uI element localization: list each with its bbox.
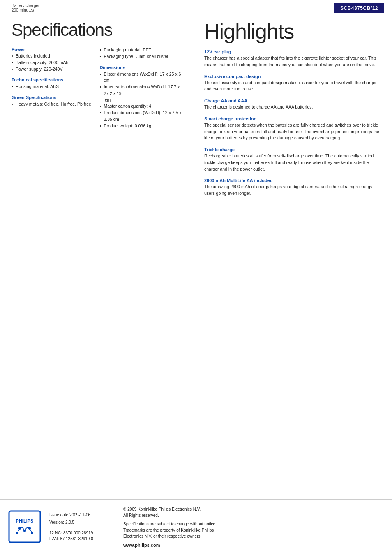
issue-date: Issue date 2009-11-06 bbox=[49, 512, 115, 518]
packaging-section: Packaging material: PET Packaging type: … bbox=[99, 47, 186, 60]
packaging-list: Packaging material: PET Packaging type: … bbox=[99, 47, 186, 60]
highlights-column: Highlights 12V car plug The charger has … bbox=[196, 13, 392, 211]
highlight-compact-design-title: Exclusive compact design bbox=[204, 74, 382, 79]
list-item: Power supply: 220-240V bbox=[12, 66, 91, 73]
product-info: Battery charger 200 minutes bbox=[12, 3, 39, 12]
model-badge: SCB4375CB/12 bbox=[334, 3, 384, 13]
green-list: Heavy metals: Cd free, Hg free, Pb free bbox=[12, 101, 91, 108]
highlight-charge-aa-aaa: Charge AA and AAA The charger is designe… bbox=[204, 98, 382, 111]
legal-text: Specifications are subject to change wit… bbox=[123, 521, 384, 539]
highlight-trickle-charge-title: Trickle charge bbox=[204, 147, 382, 152]
technical-section: Technical specifications Housing materia… bbox=[12, 77, 91, 90]
technical-list: Housing material: ABS bbox=[12, 83, 91, 90]
footer-meta: Issue date 2009-11-06 Version: 2.0.5 12 … bbox=[49, 512, 115, 542]
technical-title: Technical specifications bbox=[12, 77, 91, 82]
page: Battery charger 200 minutes SCB4375CB/12… bbox=[0, 0, 392, 555]
highlight-charge-aa-aaa-title: Charge AA and AAA bbox=[204, 98, 382, 103]
list-item: Product dimensions (WxDxH): 12 x 7.5 x 2… bbox=[99, 110, 186, 123]
product-type: Battery charger bbox=[12, 3, 39, 8]
list-item: Inner carton dimensions WxDxH: 17.7 x 27… bbox=[99, 84, 186, 103]
green-title: Green Specifications bbox=[12, 95, 91, 100]
footer: PHILIPS Issue date 2009-11-06 Ver bbox=[0, 499, 392, 555]
dimensions-title: Dimensions bbox=[99, 65, 186, 70]
nc-ean: 12 NC: 8670 000 28919 EAN: 87 12581 3291… bbox=[49, 530, 115, 542]
list-item: Batteries included bbox=[12, 53, 91, 60]
dimensions-section: Dimensions Blister dimensions (WxDxH): 1… bbox=[99, 65, 186, 130]
svg-text:PHILIPS: PHILIPS bbox=[16, 518, 34, 523]
list-item: Packaging material: PET bbox=[99, 47, 186, 53]
footer-legal: © 2009 Koninklijke Philips Electronics N… bbox=[123, 506, 384, 549]
highlight-car-plug: 12V car plug The charger has a special a… bbox=[204, 49, 382, 68]
list-item: Master carton quantity: 4 bbox=[99, 103, 186, 110]
highlight-compact-design-text: The exclusive stylish and compact design… bbox=[204, 80, 382, 93]
list-item: Heavy metals: Cd free, Hg free, Pb free bbox=[12, 101, 91, 108]
dimensions-list: Blister dimensions (WxDxH): 17 x 25 x 6 … bbox=[99, 71, 186, 130]
highlight-trickle-charge: Trickle charge Rechargeable batteries al… bbox=[204, 147, 382, 172]
list-item: Battery capacity: 2600 mAh bbox=[12, 60, 91, 66]
main-content: Specifications Power Batteries included … bbox=[0, 13, 392, 211]
highlight-smart-charge: Smart charge protection The special sens… bbox=[204, 116, 382, 141]
green-section: Green Specifications Heavy metals: Cd fr… bbox=[12, 95, 91, 108]
specs-columns: Power Batteries included Battery capacit… bbox=[12, 47, 186, 134]
specifications-column: Specifications Power Batteries included … bbox=[0, 13, 196, 211]
list-item: Housing material: ABS bbox=[12, 83, 91, 90]
highlight-multilife-title: 2600 mAh MultiLife AA included bbox=[204, 178, 382, 183]
specs-title: Specifications bbox=[12, 21, 186, 39]
highlight-smart-charge-text: The special sensor detects when the batt… bbox=[204, 122, 382, 141]
highlight-charge-aa-aaa-text: The charger is designed to charge AA and… bbox=[204, 104, 382, 111]
svg-rect-0 bbox=[9, 511, 40, 542]
power-list: Batteries included Battery capacity: 260… bbox=[12, 53, 91, 72]
top-section: Battery charger 200 minutes SCB4375CB/12 bbox=[0, 0, 392, 13]
highlights-title: Highlights bbox=[204, 21, 382, 42]
highlight-car-plug-text: The charger has a special adapter that f… bbox=[204, 55, 382, 68]
product-minutes: 200 minutes bbox=[12, 8, 39, 12]
list-item: Packaging type: Clam shell blister bbox=[99, 53, 186, 60]
version: Version: 2.0.5 bbox=[49, 520, 115, 525]
website: www.philips.com bbox=[123, 542, 384, 549]
power-section: Power Batteries included Battery capacit… bbox=[12, 47, 91, 72]
specs-col-right: Packaging material: PET Packaging type: … bbox=[99, 47, 186, 134]
specs-col-left: Power Batteries included Battery capacit… bbox=[12, 47, 91, 134]
highlight-trickle-charge-text: Rechargeable batteries all suffer from s… bbox=[204, 153, 382, 172]
power-title: Power bbox=[12, 47, 91, 52]
highlight-compact-design: Exclusive compact design The exclusive s… bbox=[204, 74, 382, 93]
philips-logo: PHILIPS bbox=[8, 510, 41, 544]
highlight-car-plug-title: 12V car plug bbox=[204, 49, 382, 54]
list-item: Product weight: 0.096 kg bbox=[99, 123, 186, 130]
list-item: Blister dimensions (WxDxH): 17 x 25 x 6 … bbox=[99, 71, 186, 84]
highlight-smart-charge-title: Smart charge protection bbox=[204, 116, 382, 121]
highlight-multilife-text: The amazing 2600 mAh of energy keeps you… bbox=[204, 184, 382, 197]
copyright: © 2009 Koninklijke Philips Electronics N… bbox=[123, 506, 384, 518]
highlight-multilife: 2600 mAh MultiLife AA included The amazi… bbox=[204, 178, 382, 197]
